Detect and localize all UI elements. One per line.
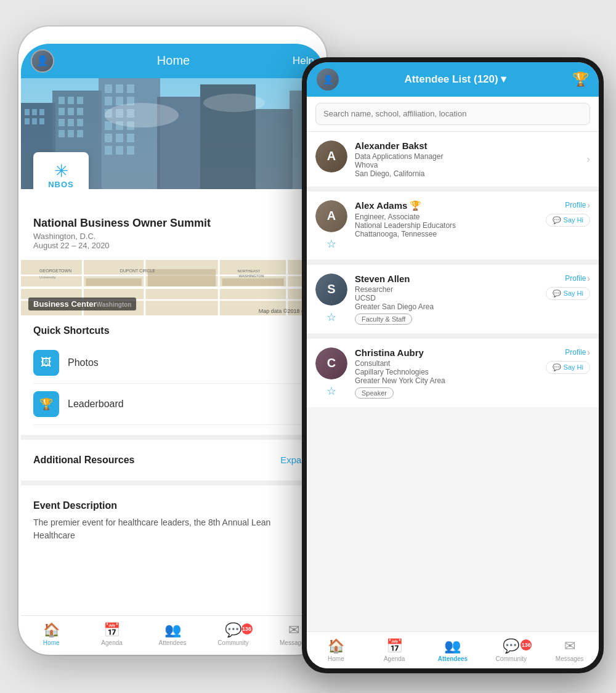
svg-rect-3 — [32, 109, 37, 115]
nav-attendees[interactable]: 👥 Attendees — [424, 638, 482, 662]
attendees-icon: 👥 — [444, 638, 461, 654]
list-separator — [307, 187, 599, 192]
quick-shortcuts-section: Quick Shortcuts 🖼 Photos › 🏆 Leaderboard… — [21, 315, 324, 430]
chevron-right-icon: › — [586, 153, 590, 166]
attendee-name: Steven Allen — [355, 274, 538, 284]
home-icon: 🏠 — [43, 622, 60, 638]
description-title: Event Description — [33, 500, 312, 511]
svg-rect-22 — [105, 84, 112, 93]
attendee-org: Capillary Technologies — [355, 368, 538, 376]
nav-community[interactable]: 136 💬 Community — [203, 622, 263, 646]
svg-rect-34 — [105, 134, 112, 142]
svg-rect-9 — [59, 97, 65, 104]
phone2-header: 👤 Attendee List (120) ▾ 🏆 — [307, 62, 599, 97]
nav-messages[interactable]: ✉ Messages — [540, 638, 599, 662]
nav-home-label: Home — [328, 655, 344, 662]
agenda-icon: 📅 — [386, 638, 403, 654]
svg-rect-14 — [77, 108, 83, 115]
svg-rect-18 — [59, 130, 65, 137]
nav-home[interactable]: 🏠 Home — [307, 638, 365, 662]
message-icon: 💬 — [553, 216, 561, 224]
photos-shortcut[interactable]: 🖼 Photos › — [33, 342, 312, 384]
attendees-icon: 👥 — [164, 622, 181, 638]
phones-container: 👤 Home Help — [6, 8, 610, 686]
nav-agenda[interactable]: 📅 Agenda — [81, 622, 142, 646]
nav-attendees-label: Attendees — [158, 639, 186, 646]
attendee-row[interactable]: A Alexander Bakst Data Applications Mana… — [307, 132, 599, 187]
nav-home-label: Home — [43, 639, 60, 646]
nav-agenda[interactable]: 📅 Agenda — [365, 638, 424, 662]
star-icon[interactable]: ☆ — [326, 384, 336, 398]
nav-home[interactable]: 🏠 Home — [21, 622, 81, 646]
attendee-role: Researcher — [355, 285, 538, 294]
star-icon[interactable]: ☆ — [326, 237, 336, 251]
attendee-list-title: Attendee List (120) ▾ — [405, 73, 507, 86]
event-location: Washington, D.C. — [33, 232, 312, 241]
section-divider-2 — [21, 480, 324, 485]
phone2-screen: 👤 Attendee List (120) ▾ 🏆 A — [307, 62, 599, 668]
search-input[interactable] — [315, 103, 590, 125]
agenda-icon: 📅 — [103, 622, 120, 638]
svg-rect-24 — [127, 84, 134, 93]
svg-rect-16 — [68, 119, 74, 126]
phone1: 👤 Home Help — [18, 26, 326, 655]
say-hi-button[interactable]: 💬 Say Hi — [546, 214, 590, 227]
nav-attendees-label: Attendees — [438, 655, 468, 662]
nav-community[interactable]: 136 💬 Community — [482, 638, 540, 662]
community-badge: 136 — [521, 639, 532, 650]
attendee-name: Alexander Bakst — [355, 140, 579, 151]
svg-text:University: University — [39, 275, 55, 278]
profile-button[interactable]: Profile › — [565, 274, 590, 283]
attendee-role: Consultant — [355, 359, 538, 368]
community-badge: 136 — [241, 623, 253, 634]
svg-rect-10 — [68, 97, 74, 104]
attendee-info: Alexander Bakst Data Applications Manage… — [355, 140, 579, 178]
community-icon: 💬 — [503, 638, 519, 654]
svg-rect-2 — [25, 109, 30, 115]
additional-resources-section: Additional Resources Expand — [21, 445, 324, 476]
svg-rect-39 — [127, 146, 134, 155]
svg-rect-13 — [68, 108, 74, 115]
photos-icon: 🖼 — [33, 350, 59, 376]
attendee-name: Christina Aubry — [355, 347, 538, 358]
profile-button[interactable]: Profile › — [565, 347, 590, 357]
attendee-org: UCSD — [355, 294, 538, 302]
svg-rect-19 — [68, 130, 74, 137]
map-label: Business CenterWashington — [28, 298, 136, 310]
section-divider — [21, 435, 324, 440]
messages-icon: ✉ — [288, 622, 299, 638]
nav-attendees[interactable]: 👥 Attendees — [142, 622, 203, 646]
svg-rect-55 — [148, 269, 216, 286]
svg-text:NORTHEAST: NORTHEAST — [237, 269, 260, 272]
messages-icon: ✉ — [564, 638, 575, 654]
svg-rect-25 — [105, 97, 112, 105]
event-map[interactable]: GEORGETOWN University DUPONT CIRCLE NORT… — [21, 260, 324, 315]
attendee-location: Chattanooga, Tennessee — [355, 230, 538, 238]
nav-community-label: Community — [217, 639, 249, 646]
attendee-org: Whova — [355, 161, 579, 169]
nav-agenda-label: Agenda — [384, 655, 405, 662]
svg-rect-23 — [116, 84, 123, 93]
header-title: Home — [157, 54, 190, 68]
svg-rect-6 — [32, 118, 37, 124]
svg-rect-17 — [77, 119, 83, 126]
attendee-actions: Profile › 💬 Say Hi — [546, 274, 590, 300]
svg-text:DUPONT CIRCLE: DUPONT CIRCLE — [120, 268, 155, 272]
phone2-inner: 👤 Attendee List (120) ▾ 🏆 A — [307, 62, 599, 668]
nav-messages-label: Messages — [556, 655, 584, 662]
avatar: C — [315, 347, 347, 379]
leaderboard-label: Leaderboard — [68, 399, 309, 410]
svg-rect-4 — [39, 109, 44, 115]
avatar[interactable]: 👤 — [31, 49, 54, 73]
home-icon: 🏠 — [328, 638, 344, 654]
say-hi-button[interactable]: 💬 Say Hi — [546, 361, 590, 374]
phone1-screen: 👤 Home Help — [21, 44, 324, 652]
leaderboard-shortcut[interactable]: 🏆 Leaderboard › — [33, 384, 312, 425]
list-separator-3 — [307, 334, 599, 339]
attendee-actions: Profile › 💬 Say Hi — [546, 200, 590, 227]
phone1-content: ✳ NBOS NATIONAL BUSINESS OWNER SUMMIT Na… — [21, 78, 324, 615]
trophy-icon[interactable]: 🏆 — [572, 71, 589, 87]
star-icon[interactable]: ☆ — [326, 310, 336, 324]
profile-button[interactable]: Profile › — [565, 200, 590, 210]
say-hi-button[interactable]: 💬 Say Hi — [546, 287, 590, 300]
